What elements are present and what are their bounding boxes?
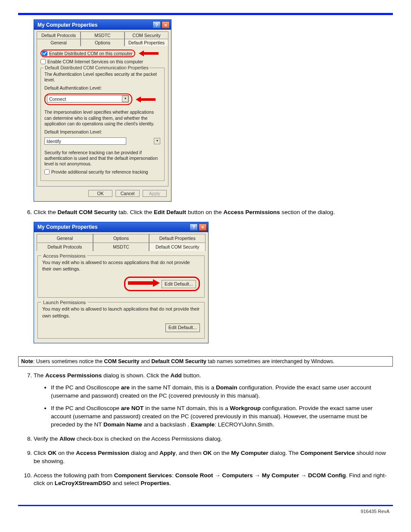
step8-b1: Allow xyxy=(59,436,75,442)
edit-default-launch-button[interactable]: Edit Default... xyxy=(165,324,200,332)
cancel-button[interactable]: Cancel xyxy=(115,190,140,197)
imp-level-combo[interactable]: Identify ▾ xyxy=(44,137,161,145)
tab-msdtc[interactable]: MSDTC xyxy=(93,243,149,251)
step10-t2: : xyxy=(172,472,175,479)
step6-text2: tab. Click the xyxy=(117,209,154,215)
step10-arr1: → xyxy=(213,472,222,479)
checkbox-enable-cis-input[interactable] xyxy=(40,59,46,64)
group-access-text: You may edit who is allowed to access ap… xyxy=(42,259,200,273)
auth-level-combo[interactable]: Connect ▾ xyxy=(47,95,129,103)
tab-general[interactable]: General xyxy=(37,39,81,46)
step7-bullet2: If the PC and Oscilloscope are NOT in th… xyxy=(51,404,393,429)
step7-post: button. xyxy=(182,372,201,379)
page-bottom-rule xyxy=(18,505,393,506)
note-b2: Default COM Security xyxy=(151,358,206,364)
red-arrow-icon xyxy=(128,279,160,289)
step10-t4: and select xyxy=(111,480,140,486)
checkbox-enable-dcom-input[interactable] xyxy=(42,51,47,56)
dialog-my-computer-properties-2: My Computer Properties ? × General Optio… xyxy=(34,222,209,343)
tab-com-security[interactable]: COM Security xyxy=(125,31,168,39)
step7-b1: Access Permissions xyxy=(45,372,102,379)
help-button[interactable]: ? xyxy=(190,224,198,231)
s7b2-t4: and a backslash . xyxy=(142,421,191,428)
step10-arr2: → xyxy=(253,472,262,479)
step10-t1: Access the following path from xyxy=(34,472,114,479)
close-button[interactable]: × xyxy=(199,224,207,231)
step9-t2: on the xyxy=(56,450,76,456)
step10-b7: Properties xyxy=(140,480,169,486)
s7b2-t1: If the PC and Oscilloscope xyxy=(51,405,121,411)
step10-b4: My Computer xyxy=(262,472,299,479)
step7-mid: dialog is shown. Click the xyxy=(102,372,170,379)
tab-msdtc[interactable]: MSDTC xyxy=(81,31,125,39)
step10-t5: . xyxy=(169,480,171,486)
chevron-down-icon[interactable]: ▾ xyxy=(154,138,160,144)
step9-b6: Component Service xyxy=(300,450,355,456)
red-arrow-icon xyxy=(139,50,159,56)
step-7: The Access Permissions dialog is shown. … xyxy=(34,372,393,429)
help-button[interactable]: ? xyxy=(153,21,161,28)
svg-marker-0 xyxy=(139,50,159,56)
tab-options[interactable]: Options xyxy=(93,234,149,243)
s7b2-t2: in the same NT domain, this is a xyxy=(143,405,230,411)
dialog1-titlebar: My Computer Properties ? × xyxy=(34,20,171,30)
checkbox-enable-cis[interactable]: Enable COM Internet Services on this com… xyxy=(40,59,165,64)
step9-t3: dialog and xyxy=(129,450,159,456)
s7b1-t2: in the same NT domain, this is a xyxy=(130,384,216,391)
footer-rev: 916435 RevA xyxy=(18,509,393,514)
note-label: Note xyxy=(21,358,33,364)
s7b2-b1: are NOT xyxy=(121,405,144,411)
tab-default-properties[interactable]: Default Properties xyxy=(125,39,168,46)
step6-bold3: Access Permissions xyxy=(223,209,280,215)
checkbox-enable-dcom[interactable]: Enable Distributed COM on this computer xyxy=(42,51,133,56)
step7-bullet1: If the PC and Oscilloscope are in the sa… xyxy=(51,384,393,400)
s7b1-t1: If the PC and Oscilloscope xyxy=(51,384,121,391)
dialog-my-computer-properties-1: My Computer Properties ? × Default Proto… xyxy=(34,19,171,202)
step6-text: Click the xyxy=(34,209,58,215)
step9-b3: Apply xyxy=(159,450,176,456)
group-access-title: Access Permissions xyxy=(41,253,87,259)
apply-button[interactable]: Apply xyxy=(143,190,167,197)
checkbox-enable-cis-label: Enable COM Internet Services on this com… xyxy=(47,59,143,64)
step9-t1: Click xyxy=(34,450,48,456)
close-button[interactable]: × xyxy=(162,21,170,28)
step-6: Click the Default COM Security tab. Clic… xyxy=(34,208,393,350)
checkbox-enable-dcom-label: Enable Distributed COM on this computer xyxy=(49,51,133,56)
step6-text4: section of the dialog. xyxy=(280,209,335,215)
s7b1-b2: Domain xyxy=(216,384,237,391)
tab-default-protocols[interactable]: Default Protocols xyxy=(37,243,93,251)
s7b2-t5: : LECROY\John.Smith. xyxy=(215,421,274,428)
note-t3: tab names sometimes are interchanged by … xyxy=(206,358,334,364)
checkbox-ref-tracking[interactable]: Provide additional security for referenc… xyxy=(44,169,161,174)
group-launch-title: Launch Permissions xyxy=(41,299,87,306)
tab-default-properties[interactable]: Default Properties xyxy=(149,234,206,243)
step9-t5: on the xyxy=(212,450,231,456)
tab-default-com-security[interactable]: Default COM Security xyxy=(149,243,206,251)
imp-level-value: Identify xyxy=(44,137,126,145)
step9-t4: , and then xyxy=(175,450,203,456)
chevron-down-icon[interactable]: ▾ xyxy=(122,96,128,102)
tab-general[interactable]: General xyxy=(37,234,93,243)
ok-button[interactable]: OK xyxy=(88,190,112,197)
note-t2: and xyxy=(139,358,151,364)
dialog2-title: My Computer Properties xyxy=(37,224,189,231)
group-comm-title: Default Distributed COM Communication Pr… xyxy=(44,65,149,70)
step7-b2: Add xyxy=(170,372,181,379)
s7b2-b3: Domain Name xyxy=(103,421,142,428)
edit-default-access-button[interactable]: Edit Default... xyxy=(162,280,196,288)
checkbox-ref-tracking-input[interactable] xyxy=(44,169,50,174)
step10-arr3: → xyxy=(299,472,308,479)
step6-bold1: Default COM Security xyxy=(58,209,117,215)
tab-options[interactable]: Options xyxy=(81,39,125,46)
svg-marker-1 xyxy=(136,96,156,103)
dialog2-titlebar: My Computer Properties ? × xyxy=(34,222,208,232)
step9-b4: OK xyxy=(203,450,212,456)
dialog1-title: My Computer Properties xyxy=(37,22,152,28)
step-9: Click OK on the Access Permission dialog… xyxy=(34,449,393,466)
tab-default-protocols[interactable]: Default Protocols xyxy=(37,31,81,39)
imp-text: The impersonation level specifies whethe… xyxy=(44,109,161,126)
step8-t1: Verify the xyxy=(34,436,59,442)
note-t1: : Users sometimes notice the xyxy=(33,358,104,364)
step-8: Verify the Allow check-box is checked on… xyxy=(34,435,393,443)
svg-marker-2 xyxy=(128,279,160,287)
